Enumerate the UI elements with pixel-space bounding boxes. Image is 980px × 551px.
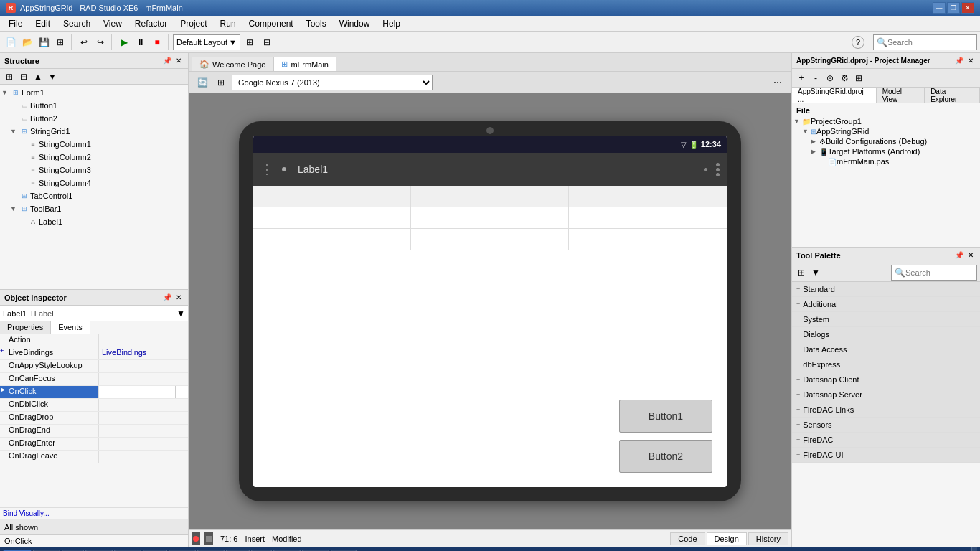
bc-expand[interactable]: ▶ xyxy=(811,138,819,145)
menu-file[interactable]: File xyxy=(3,17,28,30)
tab-events[interactable]: Events xyxy=(51,321,90,334)
prop-ondblclick[interactable]: OnDblClick xyxy=(0,399,188,412)
palette-search-box[interactable]: 🔍 xyxy=(891,265,977,281)
tree-item-stringcol3[interactable]: ≡ StringColumn3 xyxy=(1,164,187,176)
pm-close-button[interactable]: ✕ xyxy=(966,56,976,66)
tp-pin-button[interactable]: 📌 xyxy=(954,250,964,260)
tree-item-form1[interactable]: ▼ ⊞ Form1 xyxy=(1,86,187,99)
menu-view[interactable]: View xyxy=(98,17,128,30)
prop-oncanfocus[interactable]: OnCanFocus xyxy=(0,373,188,386)
cat-standard-header[interactable]: + Standard xyxy=(792,282,980,296)
cat-dialogs-header[interactable]: + Dialogs xyxy=(792,327,980,342)
bind-visually-link[interactable]: Bind Visually... xyxy=(0,507,188,519)
prop-ondragdrop[interactable]: OnDragDrop xyxy=(0,412,188,425)
tp-view-button[interactable]: ⊞ xyxy=(795,266,808,279)
minimize-button[interactable]: — xyxy=(933,2,946,14)
struct-up[interactable]: ▲ xyxy=(32,70,44,83)
pm-appstringgrid[interactable]: ▼ ⊞ AppStringGRid xyxy=(793,126,979,136)
prop-action[interactable]: Action xyxy=(0,334,188,347)
tree-item-stringcol4[interactable]: ≡ StringColumn4 xyxy=(1,176,187,189)
toggle-design-button[interactable]: ⊞ xyxy=(213,75,229,90)
struct-collapse-all[interactable]: ⊟ xyxy=(17,70,30,83)
tp-sort-button[interactable]: ▼ xyxy=(809,266,822,279)
prop-odl-value[interactable] xyxy=(99,451,188,463)
menu-refactor[interactable]: Refactor xyxy=(129,17,173,30)
expand-form1[interactable]: ▼ xyxy=(1,89,10,96)
cat-dataaccess-header[interactable]: + Data Access xyxy=(792,342,980,357)
close-button[interactable]: ✕ xyxy=(961,2,974,14)
prop-ocf-value[interactable] xyxy=(99,373,188,385)
cat-sensors-header[interactable]: + Sensors xyxy=(792,418,980,432)
prop-oc-value[interactable] xyxy=(99,386,175,398)
cat-datasnap-server-header[interactable]: + Datasnap Server xyxy=(792,387,980,402)
tree-item-button1[interactable]: ▭ Button1 xyxy=(1,99,187,112)
tree-item-stringcol2[interactable]: ≡ StringColumn2 xyxy=(1,151,187,164)
save-all-button[interactable]: ⊞ xyxy=(52,34,68,50)
pm-projectgroup[interactable]: ▼ 📁 ProjectGroup1 xyxy=(793,116,979,126)
pm-buildconfig[interactable]: ▶ ⚙ Build Configurations (Debug) xyxy=(793,136,979,146)
tab-code[interactable]: Code xyxy=(670,532,705,545)
save-button[interactable]: 💾 xyxy=(36,34,52,50)
menu-window[interactable]: Window xyxy=(334,17,376,30)
obj-dropdown-icon[interactable]: ▼ xyxy=(176,309,185,319)
menu-run[interactable]: Run xyxy=(215,17,242,30)
cat-firedac-header[interactable]: + FireDAC xyxy=(792,433,980,447)
tree-item-stringcol1[interactable]: ≡ StringColumn1 xyxy=(1,138,187,151)
maximize-button[interactable]: ❐ xyxy=(947,2,960,14)
cat-system-header[interactable]: + System xyxy=(792,312,980,326)
pm-targetplatforms[interactable]: ▶ 📱 Target Platforms (Android) xyxy=(793,146,979,156)
tab-mfrmmain[interactable]: ⊞ mFrmMain xyxy=(273,57,336,71)
pm-options-button[interactable]: ⊞ xyxy=(852,72,865,85)
tab-properties[interactable]: Properties xyxy=(0,321,51,334)
pm-activate-button[interactable]: ⊙ xyxy=(824,72,837,85)
cat-datasnap-client-header[interactable]: + Datasnap Client xyxy=(792,372,980,387)
redo-button[interactable]: ↪ xyxy=(93,34,108,50)
run-button[interactable]: ▶ xyxy=(116,34,132,50)
tab-design[interactable]: Design xyxy=(707,532,747,545)
prop-onapplystyle[interactable]: OnApplyStyleLookup xyxy=(0,360,188,373)
refresh-design-button[interactable]: 🔄 xyxy=(194,75,210,90)
stop-button[interactable]: ■ xyxy=(149,34,165,50)
new-button[interactable]: 📄 xyxy=(3,34,19,50)
pm-tab-model[interactable]: Model View xyxy=(877,88,925,103)
phone-button1[interactable]: Button1 xyxy=(619,400,712,433)
prop-lb-value[interactable]: LiveBindings xyxy=(99,347,188,359)
expand-toolbar1[interactable]: ▼ xyxy=(10,205,19,212)
prop-onclick[interactable]: ► OnClick ▼ xyxy=(0,386,188,399)
obj-pin-button[interactable]: 📌 xyxy=(162,293,172,303)
obj-selector[interactable]: Label1 TLabel ▼ xyxy=(0,306,188,321)
onclick-dropdown[interactable]: ▼ xyxy=(175,386,188,398)
cat-dbexpress-header[interactable]: + dbExpress xyxy=(792,357,980,372)
show-desktop-button[interactable] xyxy=(971,547,977,551)
tree-item-label1[interactable]: A Label1 xyxy=(1,215,187,228)
global-search-box[interactable]: 🔍 xyxy=(873,34,977,50)
menu-tools[interactable]: Tools xyxy=(301,17,332,30)
prop-ode-value[interactable] xyxy=(99,425,188,437)
menu-edit[interactable]: Edit xyxy=(29,17,56,30)
tree-item-button2[interactable]: ▭ Button2 xyxy=(1,112,187,125)
tree-item-tabcontrol1[interactable]: ⊞ TabControl1 xyxy=(1,189,187,202)
prop-ondragenter[interactable]: OnDragEnter xyxy=(0,438,188,451)
structure-close-button[interactable]: ✕ xyxy=(174,56,184,66)
obj-close-button[interactable]: ✕ xyxy=(174,293,184,303)
structure-pin-button[interactable]: 📌 xyxy=(162,56,172,66)
pm-add-button[interactable]: + xyxy=(795,72,808,85)
layout-selector[interactable]: Default Layout ▼ xyxy=(173,34,240,50)
struct-expand-all[interactable]: ⊞ xyxy=(3,70,16,83)
tp-expand[interactable]: ▶ xyxy=(811,148,819,155)
pause-button[interactable]: ⏸ xyxy=(133,34,149,50)
prop-action-value[interactable] xyxy=(99,334,188,347)
device-more-button[interactable]: ⋯ xyxy=(770,75,786,90)
menu-search[interactable]: Search xyxy=(57,17,96,30)
pm-pin-button[interactable]: 📌 xyxy=(954,56,964,66)
pm-tab-project[interactable]: AppStringGRid.dproj ... xyxy=(792,88,877,103)
tp-close-button[interactable]: ✕ xyxy=(966,250,976,260)
phone-button2[interactable]: Button2 xyxy=(619,440,712,473)
open-button[interactable]: 📂 xyxy=(19,34,35,50)
pm-mfrmmain[interactable]: 📄 mFrmMain.pas xyxy=(793,156,979,166)
menu-component[interactable]: Component xyxy=(243,17,299,30)
tree-item-stringgrid1[interactable]: ▼ ⊞ StringGrid1 xyxy=(1,125,187,138)
palette-search-input[interactable] xyxy=(905,268,963,277)
struct-down[interactable]: ▼ xyxy=(46,70,59,83)
tab-history[interactable]: History xyxy=(748,532,788,545)
